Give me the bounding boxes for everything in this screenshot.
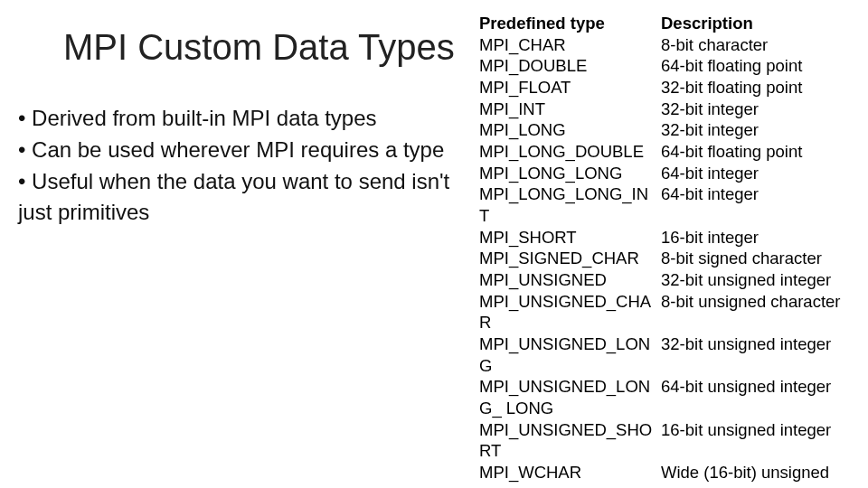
cell-type: MPI_UNSIGNED_CHAR [479,291,661,333]
table-row: MPI_SHORT16-bit integer [479,227,859,249]
cell-type: MPI_DOUBLE [479,55,661,77]
cell-type: MPI_CHAR [479,34,661,56]
cell-desc: 64-bit integer [661,163,859,184]
cell-type: MPI_LONG_LONG [479,163,661,184]
cell-type: MPI_SIGNED_CHAR [479,248,661,269]
cell-desc: 64-bit floating point [661,55,859,77]
table-row: MPI_LONG_LONG64-bit integer [479,163,859,184]
col-header-desc: Description [661,13,859,34]
cell-desc: 32-bit unsigned integer [661,333,859,376]
table-row: MPI_LONG32-bit integer [479,119,859,141]
bullet-list: • Derived from built-in MPI data types •… [18,103,470,229]
types-table: Predefined type Description MPI_CHAR8-bi… [479,13,859,488]
cell-type: MPI_WCHAR [479,462,661,488]
cell-type: MPI_UNSIGNED_LONG [479,333,661,376]
cell-type: MPI_INT [479,99,661,120]
cell-desc: 32-bit unsigned integer [661,269,859,291]
cell-type: MPI_UNSIGNED_SHORT [479,419,661,462]
cell-desc: Wide (16-bit) unsigned character [661,462,859,488]
table-row: MPI_UNSIGNED_LONG_ LONG64-bit unsigned i… [479,376,859,418]
table-row: MPI_DOUBLE64-bit floating point [479,55,859,77]
bullet-item: • Useful when the data you want to send … [18,166,470,198]
cell-type: MPI_LONG_DOUBLE [479,141,661,163]
slide-title: MPI Custom Data Types [63,27,470,67]
cell-type: MPI_UNSIGNED_LONG_ LONG [479,376,661,418]
cell-desc: 16-bit integer [661,227,859,249]
table-row: MPI_WCHARWide (16-bit) unsigned characte… [479,462,859,488]
bullet-item: • Can be used wherever MPI requires a ty… [18,135,470,166]
cell-desc: 64-bit integer [661,183,859,226]
cell-desc: 8-bit signed character [661,248,859,269]
table-row: MPI_UNSIGNED_SHORT16-bit unsigned intege… [479,419,859,462]
right-column: Predefined type Description MPI_CHAR8-bi… [479,13,859,488]
slide: MPI Custom Data Types • Derived from bui… [0,0,868,488]
cell-desc: 64-bit floating point [661,141,859,163]
cell-desc: 8-bit unsigned character [661,291,859,333]
col-header-type: Predefined type [479,13,661,34]
table-row: MPI_UNSIGNED_LONG32-bit unsigned integer [479,333,859,376]
table-row: MPI_CHAR8-bit character [479,34,859,56]
cell-desc: 32-bit integer [661,99,859,120]
table-row: MPI_LONG_LONG_INT64-bit integer [479,183,859,226]
table-row: MPI_SIGNED_CHAR8-bit signed character [479,248,859,269]
cell-type: MPI_SHORT [479,227,661,249]
cell-desc: 16-bit unsigned integer [661,419,859,462]
left-column: MPI Custom Data Types • Derived from bui… [18,27,470,229]
cell-desc: 64-bit unsigned integer [661,376,859,418]
bullet-item: just primitives [18,197,470,229]
cell-type: MPI_FLOAT [479,77,661,99]
cell-desc: 8-bit character [661,34,859,56]
cell-type: MPI_LONG_LONG_INT [479,183,661,226]
table-row: MPI_UNSIGNED_CHAR8-bit unsigned characte… [479,291,859,333]
table-row: MPI_INT32-bit integer [479,99,859,120]
bullet-item: • Derived from built-in MPI data types [18,103,470,135]
table-row: MPI_LONG_DOUBLE64-bit floating point [479,141,859,163]
cell-type: MPI_LONG [479,119,661,141]
cell-desc: 32-bit integer [661,119,859,141]
table-row: MPI_FLOAT32-bit floating point [479,77,859,99]
table-header-row: Predefined type Description [479,13,859,34]
table-row: MPI_UNSIGNED32-bit unsigned integer [479,269,859,291]
cell-desc: 32-bit floating point [661,77,859,99]
cell-type: MPI_UNSIGNED [479,269,661,291]
